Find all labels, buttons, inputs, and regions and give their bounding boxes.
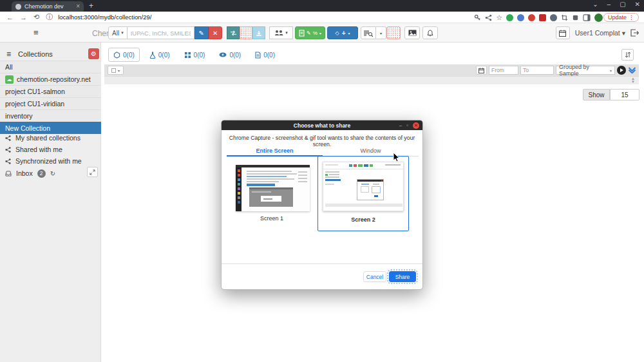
thumb1-page bbox=[242, 167, 310, 211]
dialog-footer: Cancel Share bbox=[222, 263, 422, 289]
extension-icon[interactable] bbox=[539, 14, 546, 21]
sidebar-link-synchronized[interactable]: Synchronized with me bbox=[5, 156, 82, 166]
profile-avatar[interactable] bbox=[594, 14, 603, 22]
list-options-button[interactable] bbox=[621, 49, 634, 61]
tab-wellplate[interactable]: 0(0) bbox=[180, 48, 210, 62]
collections-settings-button[interactable]: ⚙ bbox=[88, 48, 99, 59]
tab-entire-screen[interactable]: Entire Screen bbox=[227, 145, 323, 157]
site-info-icon[interactable]: ⓘ bbox=[46, 12, 53, 22]
search-scope-dropdown[interactable]: All▾ bbox=[108, 26, 128, 39]
sidebar-item-inventory[interactable]: inventory bbox=[0, 110, 101, 122]
date-to-input[interactable] bbox=[520, 66, 554, 75]
export-button[interactable] bbox=[252, 26, 265, 39]
sketch-image-button[interactable] bbox=[404, 26, 420, 39]
window-menu-icon[interactable]: ⌄ bbox=[592, 1, 598, 8]
tab-reaction[interactable]: 0(0) bbox=[145, 48, 175, 62]
sidebar-link-my-shared[interactable]: My shared collections bbox=[5, 133, 80, 143]
record-button[interactable] bbox=[240, 26, 252, 39]
browser-tab[interactable]: Chemotion dev × bbox=[12, 1, 84, 12]
reload-icon[interactable]: ⟲ bbox=[33, 13, 39, 21]
date-from-input[interactable] bbox=[489, 66, 518, 75]
tab-sample[interactable]: 0(0) bbox=[108, 48, 140, 62]
share-button[interactable]: Share bbox=[389, 271, 416, 282]
advanced-search-button[interactable] bbox=[617, 66, 626, 75]
screen-capture-icon[interactable] bbox=[561, 14, 568, 21]
screen-2-option[interactable]: Screen 2 bbox=[317, 156, 409, 231]
logout-icon[interactable] bbox=[630, 29, 639, 37]
share-users-dropdown[interactable]: ▾ bbox=[269, 26, 293, 39]
extension-icon[interactable] bbox=[550, 14, 557, 21]
side-panel-icon[interactable] bbox=[583, 14, 591, 21]
tab-count: 0(0) bbox=[158, 52, 170, 59]
extension-icon[interactable] bbox=[528, 14, 535, 21]
collapse-chevron-button[interactable] bbox=[628, 67, 636, 73]
dialog-minimize-icon[interactable]: – bbox=[399, 122, 402, 128]
clear-search-button[interactable]: ✕ bbox=[209, 26, 222, 39]
extension-icon[interactable] bbox=[506, 14, 513, 21]
sidebar-item-label: chemotion-repository.net bbox=[17, 75, 91, 83]
cancel-button[interactable]: Cancel bbox=[363, 271, 386, 282]
menu-hamburger-icon[interactable]: ≡ bbox=[33, 28, 39, 37]
dialog-title: Choose what to share bbox=[294, 122, 350, 129]
back-icon[interactable]: ← bbox=[6, 14, 14, 21]
password-key-icon[interactable] bbox=[474, 14, 481, 21]
sidebar-inbox[interactable]: Inbox 2 ↻ bbox=[5, 168, 55, 178]
extensions-puzzle-icon[interactable] bbox=[572, 14, 579, 21]
bookmark-star-icon[interactable]: ☆ bbox=[496, 14, 502, 22]
scan-barcode-button[interactable] bbox=[361, 26, 376, 39]
scan-options-dropdown[interactable]: ▾ bbox=[376, 26, 386, 39]
edit-share-button[interactable]: ✎ % ▾ bbox=[295, 26, 325, 39]
tab-window[interactable]: Window bbox=[323, 145, 419, 157]
search-scope-label: All bbox=[112, 30, 119, 37]
date-filter-button[interactable] bbox=[476, 66, 487, 75]
notifications-button[interactable] bbox=[422, 26, 438, 39]
group-by-select[interactable]: Grouped by Sample ▾ bbox=[556, 66, 615, 75]
user-name: User1 Complat bbox=[575, 29, 620, 37]
sidebar-item-project-viridian[interactable]: project CU1-viridian bbox=[0, 97, 101, 110]
sidebar-item-all[interactable]: All bbox=[0, 61, 101, 73]
chrome-menu-icon[interactable]: ⋮ bbox=[629, 14, 634, 21]
share-icon[interactable] bbox=[485, 14, 492, 21]
sync-collection-button[interactable] bbox=[227, 26, 240, 39]
url-text[interactable]: localhost:3000/mydb/collection/29/ bbox=[58, 14, 151, 21]
show-button[interactable]: Show bbox=[583, 89, 610, 100]
tab-research-plan[interactable]: 0(0) bbox=[251, 48, 279, 62]
dialog-titlebar: Choose what to share bbox=[222, 120, 422, 130]
tab-count: 0(0) bbox=[229, 52, 241, 59]
inbox-expand-button[interactable] bbox=[87, 167, 98, 177]
dialog-close-button[interactable]: ✕ bbox=[413, 122, 419, 129]
extension-icon[interactable] bbox=[517, 14, 524, 21]
collections-collapse-icon[interactable]: ≡ bbox=[6, 50, 11, 59]
tab-screen[interactable]: 0(0) bbox=[214, 48, 245, 62]
desktop-screenshot: Chemotion dev × + ⌄ – ▢ ✕ ← → ⟲ ⓘ localh… bbox=[0, 0, 644, 362]
close-tab-icon[interactable]: × bbox=[76, 3, 80, 10]
chevron-down-icon: ▾ bbox=[610, 68, 612, 73]
screen-1-thumbnail[interactable] bbox=[236, 165, 310, 211]
search-input[interactable] bbox=[128, 26, 194, 39]
sidebar-item-label: All bbox=[5, 63, 13, 71]
create-element-button[interactable]: ◇ + ▾ bbox=[327, 26, 358, 39]
sidebar-item-project-salmon[interactable]: project CU1-salmon bbox=[0, 85, 101, 97]
inbox-icon bbox=[5, 171, 12, 176]
maximize-icon[interactable]: ▢ bbox=[620, 1, 625, 8]
share-dialog: Choose what to share – ▫ ✕ Chrome Captur… bbox=[221, 120, 423, 290]
sidebar-link-shared-with-me[interactable]: Shared with me bbox=[5, 144, 62, 155]
structure-search-button[interactable]: ✎ bbox=[194, 26, 209, 39]
capture-indicator[interactable] bbox=[386, 26, 401, 39]
calendar-button[interactable] bbox=[556, 26, 570, 39]
dialog-maximize-icon[interactable]: ▫ bbox=[406, 122, 408, 128]
page-size-input[interactable] bbox=[610, 89, 639, 100]
close-window-icon[interactable]: ✕ bbox=[635, 1, 640, 8]
bell-icon bbox=[427, 30, 433, 37]
forward-icon[interactable]: → bbox=[20, 14, 27, 21]
scroll-arrows[interactable]: ▲▼ bbox=[631, 77, 635, 84]
refresh-icon[interactable]: ↻ bbox=[50, 170, 55, 177]
chrome-update-button[interactable]: Update ⋮ bbox=[603, 13, 639, 22]
minimize-icon[interactable]: – bbox=[607, 1, 611, 8]
share-alt-icon bbox=[5, 135, 11, 141]
user-menu[interactable]: User1 Complat ▾ bbox=[575, 29, 625, 37]
mouse-cursor bbox=[393, 152, 401, 162]
sidebar-item-chemotion-repository[interactable]: ☁ chemotion-repository.net bbox=[0, 73, 101, 85]
new-tab-button[interactable]: + bbox=[89, 1, 93, 10]
select-all-dropdown[interactable]: ▾ bbox=[108, 66, 124, 75]
